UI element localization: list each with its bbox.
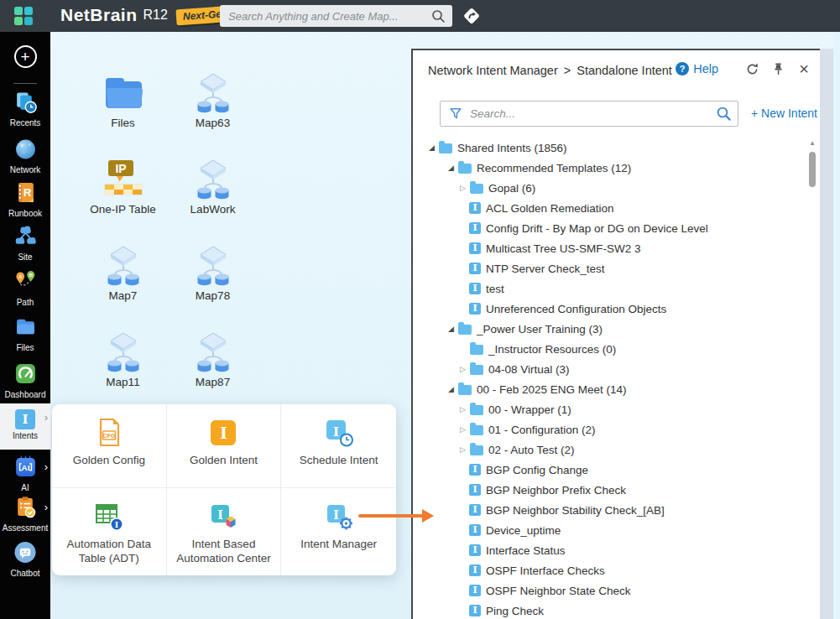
sidebar-item-intents[interactable]: I › Intents [0,403,50,450]
collapse-arrow-icon[interactable]: ▷ [458,365,467,373]
tree-intent-item[interactable]: I Multicast Tree US-SMF-SW2 3 [413,238,799,258]
help-button[interactable]: ? Help [676,62,718,75]
tree-folder-00-wrapper[interactable]: ▷ 00 - Wrapper (1) [413,399,799,419]
sidebar-item-site[interactable]: Site [0,225,50,262]
menu-item-schedule-intent[interactable]: I Schedule Intent [281,404,396,488]
tree-intent-item[interactable]: I BGP Neighbor Prefix Check [413,480,799,500]
tree-folder-04-08-virtual[interactable]: ▷ 04-08 Virtual (3) [413,359,799,379]
tree-folder-shared-intents[interactable]: ◢ Shared Intents (1856) [413,138,799,158]
panel-scrollbar[interactable]: ▲ [807,139,817,617]
tree-intent-item[interactable]: I ACL Golden Remediation [413,198,799,218]
menu-item-label: Intent Manager [284,537,394,551]
tree-intent-item[interactable]: I NTP Server Check_test [413,258,799,278]
sidebar-item-dashboard[interactable]: Dashboard [0,362,50,399]
desktop-icon-map63[interactable]: Map63 [168,64,258,150]
intent-icon: I [469,504,481,516]
sidebar-item-assessment[interactable]: › Assessment [0,496,50,533]
tree-intent-item[interactable]: I OSPF Neighbor State Check [413,580,799,601]
collapse-arrow-icon[interactable]: ▷ [458,445,467,454]
intent-icon: I [469,464,481,476]
search-icon[interactable] [431,9,446,23]
collapse-arrow-icon[interactable]: ▷ [458,184,467,192]
sidebar-item-network[interactable]: Network [0,138,50,174]
logo-version: R12 [143,8,168,23]
close-icon[interactable]: × [796,61,811,76]
sidebar-item-chatbot[interactable]: Chatbot [0,541,50,578]
folder-icon [439,143,452,153]
expand-arrow-icon[interactable]: ◢ [446,325,456,333]
menu-item-golden-config[interactable]: CFG Golden Config [52,404,167,488]
sidebar-item-runbook[interactable]: R Runbook [0,181,50,218]
tree-folder-gopal[interactable]: ▷ Gopal (6) [413,178,799,198]
dashboard-gauge-icon [14,362,37,385]
tree-folder-02-auto-test[interactable]: ▷ 02 - Auto Test (2) [413,440,799,460]
desktop-icon-one-ip-table[interactable]: IP One-IP Table [78,150,168,237]
tree-intent-item[interactable]: I OSPF Interface Checks [413,560,799,580]
menu-item-intent-manager[interactable]: I Intent Manager [281,488,396,575]
desktop-icon-files[interactable]: Files [78,64,168,150]
scroll-up-icon[interactable]: ▲ [807,139,817,147]
tree-intent-item[interactable]: I test [413,278,799,299]
tree-intent-item[interactable]: I Unreferenced Configuration Objects [413,299,799,319]
scrollbar-thumb[interactable] [809,152,816,187]
sidebar-item-label: Network [0,165,50,174]
desktop-icon-map87[interactable]: Map87 [168,323,258,409]
chevron-right-icon: › [44,460,48,473]
intents-popup-menu: CFG Golden Config I Golden Intent I [52,404,396,575]
search-icon[interactable] [709,106,738,122]
app-grid-icon[interactable] [14,7,33,25]
sidebar-item-recents[interactable]: Recents [0,91,50,127]
tree-intent-item[interactable]: I Device_uptime [413,520,799,540]
desktop-icon-map11[interactable]: Map11 [78,323,168,409]
folder-icon [458,164,472,174]
expand-arrow-icon[interactable]: ◢ [446,164,456,172]
desktop-icon-label: Files [111,117,135,129]
sidebar-item-path[interactable]: A B Path [0,270,50,307]
folder-icon [101,74,146,114]
tree-intent-item[interactable]: I Ping Check [413,601,799,619]
path-pins-icon: A B [14,270,37,293]
assessment-clipboard-icon [14,496,37,518]
breadcrumb-part: Standalone Intent [577,64,672,77]
tree-folder-01-configuration[interactable]: ▷ 01 - Configuration (2) [413,419,799,440]
sidebar-item-label: Chatbot [0,569,50,578]
sidebar-item-files[interactable]: Files [0,315,50,352]
question-icon: ? [676,62,689,75]
top-bar: NetBrain R12 Next-Gen [0,0,840,32]
menu-item-golden-intent[interactable]: I Golden Intent [167,404,282,488]
tree-intent-item[interactable]: I BGP Config Change [413,460,799,480]
expand-arrow-icon[interactable]: ◢ [446,385,456,393]
tree-folder-recommended-templates[interactable]: ◢ Recommended Templates (12) [413,158,799,178]
collapse-arrow-icon[interactable]: ▷ [458,405,467,414]
sidebar-item-ai[interactable]: AI › AI [0,455,50,492]
global-search-input[interactable] [228,10,431,23]
collapse-arrow-icon[interactable]: ▷ [458,425,467,434]
desktop-icon-map7[interactable]: Map7 [78,237,168,323]
pin-icon[interactable] [770,61,785,76]
intent-search-input[interactable] [470,107,709,120]
svg-text:I: I [333,508,339,522]
filter-funnel-icon[interactable] [441,101,470,126]
desktop-icon-labwork[interactable]: LabWork [168,150,258,237]
refresh-icon[interactable] [744,61,759,76]
menu-item-intent-based-automation-center[interactable]: I Intent Based Automation Center [167,488,282,575]
directions-diamond-icon[interactable] [462,6,482,26]
tree-intent-item[interactable]: I BGP Neighbor Stability Check_[AB] [413,500,799,520]
menu-item-automation-data-table[interactable]: I Automation Data Table (ADT) [52,488,167,575]
recents-icon [14,91,37,113]
tree-folder-power-user-training[interactable]: ◢ _Power User Training (3) [413,319,799,339]
tree-folder-instructor-resources[interactable]: _Instructor Resources (0) [413,339,799,359]
add-new-button[interactable]: + [0,45,50,68]
intent-icon: I [469,605,481,616]
global-search[interactable] [220,5,452,27]
svg-text:A: A [18,274,22,279]
tree-intent-item[interactable]: I Config Drift - By Map or DG on Device … [413,218,799,238]
tree-intent-item[interactable]: I Interface Status [413,540,799,560]
tree-folder-feb-2025-eng-meet[interactable]: ◢ 00 - Feb 2025 ENG Meet (14) [413,379,799,399]
desktop-icon-map78[interactable]: Map78 [168,237,258,323]
intent-search-box[interactable] [440,101,738,127]
expand-arrow-icon[interactable]: ◢ [427,143,436,152]
site-tree-icon [14,225,37,247]
folder-icon [458,325,472,335]
new-intent-button[interactable]: + New Intent [751,107,817,120]
